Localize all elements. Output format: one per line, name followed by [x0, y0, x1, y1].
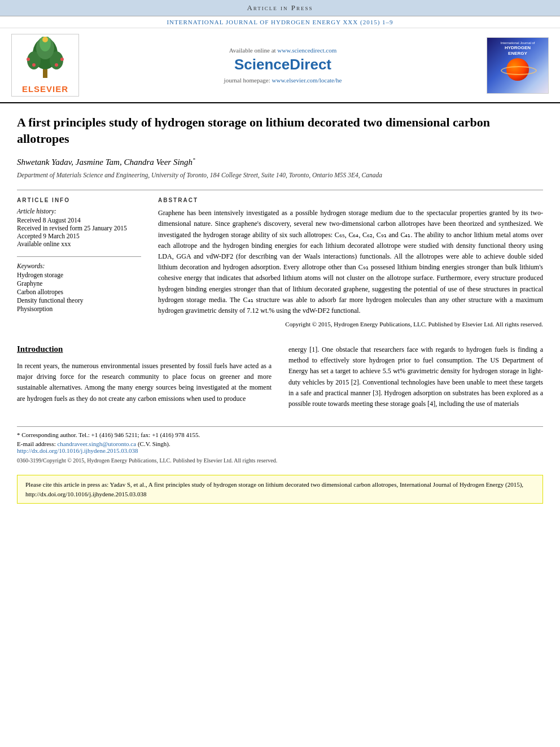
keyword-5: Physisorption — [17, 305, 141, 312]
svg-point-7 — [32, 63, 36, 67]
keyword-3: Carbon allotropes — [17, 289, 141, 295]
article-history: Article history: Received 8 August 2014 … — [17, 208, 141, 247]
article-info-abstract-section: Article Info Article history: Received 8… — [17, 197, 543, 327]
available-online: Available online at www.sciencedirect.co… — [90, 47, 475, 54]
header-section: ELSEVIER Available online at www.science… — [0, 28, 560, 103]
col-divider — [17, 256, 141, 257]
history-received: Received 8 August 2014 — [17, 217, 141, 224]
issn-line: 0360-3199/Copyright © 2015, Hydrogen Ene… — [17, 457, 543, 464]
cover-title-text: International Journal of HYDROGENENERGY — [487, 38, 548, 56]
abstract-heading: Abstract — [158, 197, 543, 203]
elsevier-logo-text: ELSEVIER — [22, 84, 68, 94]
affiliation: Department of Materials Science and Engi… — [17, 172, 543, 178]
elsevier-tree-icon — [17, 37, 73, 82]
corresponding-author-note: * Corresponding author. Tel.: +1 (416) 9… — [17, 431, 543, 438]
email-link[interactable]: chandraveer.singh@utoronto.ca — [57, 440, 136, 447]
svg-point-6 — [42, 37, 48, 42]
journal-center: Available online at www.sciencedirect.co… — [79, 47, 487, 84]
sciencedirect-url-link[interactable]: www.sciencedirect.com — [277, 47, 336, 54]
journal-title-bar: INTERNATIONAL JOURNAL OF HYDROGEN ENERGY… — [0, 16, 560, 28]
abstract-text: Graphene has been intensively investigat… — [158, 208, 543, 316]
intro-right-text: energy [1]. One obstacle that researcher… — [288, 344, 543, 409]
doi-link[interactable]: http://dx.doi.org/10.1016/j.ijhydene.201… — [17, 447, 138, 454]
keyword-4: Density functional theory — [17, 297, 141, 304]
keywords-section: Keywords: Hydrogen storage Graphyne Carb… — [17, 263, 141, 312]
svg-point-8 — [55, 63, 58, 67]
article-in-press-banner: Article in Press — [0, 0, 560, 16]
svg-point-9 — [27, 58, 30, 61]
journal-homepage: journal homepage: www.elsevier.com/locat… — [90, 77, 475, 84]
citation-banner: Please cite this article in press as: Ya… — [17, 475, 543, 504]
history-revised: Received in revised form 25 January 2015 — [17, 225, 141, 231]
svg-point-10 — [60, 58, 64, 61]
doi-line: http://dx.doi.org/10.1016/j.ijhydene.201… — [17, 447, 543, 454]
history-online: Available online xxx — [17, 241, 141, 247]
history-accepted: Accepted 9 March 2015 — [17, 233, 141, 239]
article-info-heading: Article Info — [17, 197, 141, 203]
article-info-column: Article Info Article history: Received 8… — [17, 197, 141, 327]
elsevier-logo: ELSEVIER — [11, 34, 79, 97]
paper-title: A first principles study of hydrogen sto… — [17, 115, 543, 147]
keywords-label: Keywords: — [17, 263, 141, 269]
history-label: Article history: — [17, 208, 141, 215]
asterisk-sup: * — [193, 157, 195, 163]
keyword-2: Graphyne — [17, 280, 141, 287]
abstract-column: Abstract Graphene has been intensively i… — [158, 197, 543, 327]
footer-notes: * Corresponding author. Tel.: +1 (416) 9… — [17, 426, 543, 464]
cover-planet-graphic — [506, 58, 529, 81]
keyword-1: Hydrogen storage — [17, 272, 141, 278]
journal-homepage-link[interactable]: www.elsevier.com/locate/he — [272, 77, 342, 84]
authors: Shwetank Yadav, Jasmine Tam, Chandra Vee… — [17, 157, 543, 167]
divider-1 — [17, 190, 543, 190]
intro-left-text: In recent years, the numerous environmen… — [17, 361, 272, 404]
sciencedirect-logo: ScienceDirect — [90, 56, 475, 73]
journal-cover: International Journal of HYDROGENENERGY — [487, 37, 549, 94]
main-content: A first principles study of hydrogen sto… — [0, 103, 560, 515]
introduction-section: Introduction In recent years, the numero… — [17, 344, 543, 409]
intro-right-col: energy [1]. One obstacle that researcher… — [288, 344, 543, 409]
abstract-copyright: Copyright © 2015, Hydrogen Energy Public… — [158, 321, 543, 327]
intro-left-col: Introduction In recent years, the numero… — [17, 344, 272, 409]
introduction-heading: Introduction — [17, 344, 272, 354]
email-line: E-mail address: chandraveer.singh@utoron… — [17, 440, 543, 447]
